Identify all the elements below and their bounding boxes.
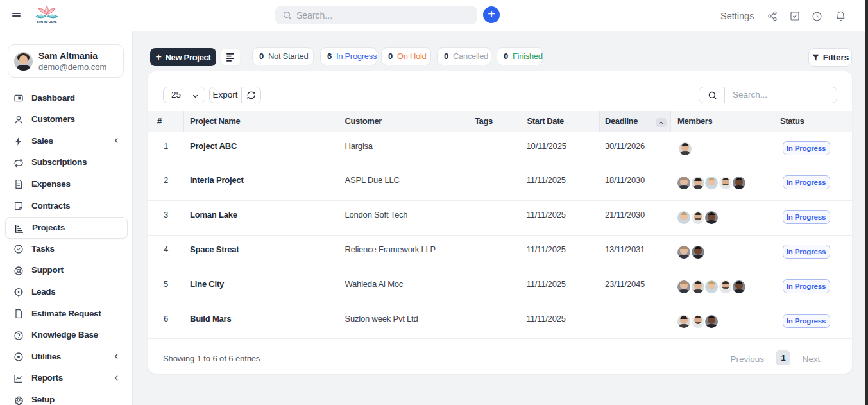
- svg-text:SUN INFOSYS: SUN INFOSYS: [37, 20, 57, 24]
